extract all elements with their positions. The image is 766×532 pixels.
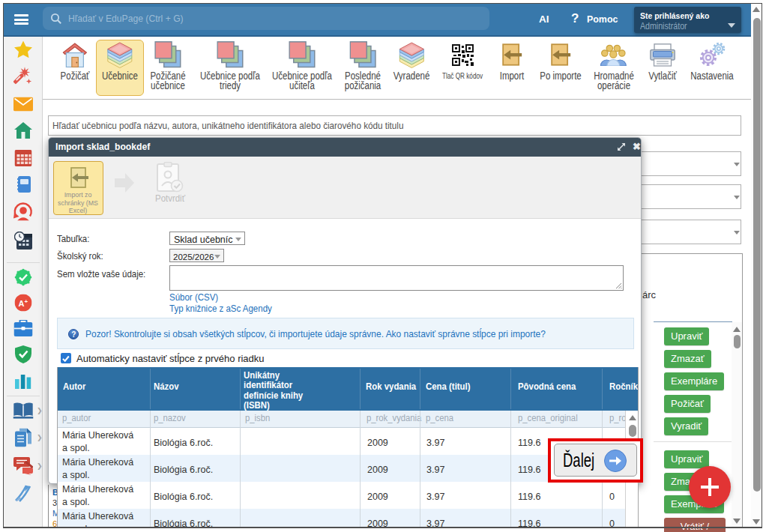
svg-text:+: + [24, 298, 28, 305]
svg-text:A: A [18, 299, 24, 308]
svg-text:?: ? [71, 330, 76, 339]
